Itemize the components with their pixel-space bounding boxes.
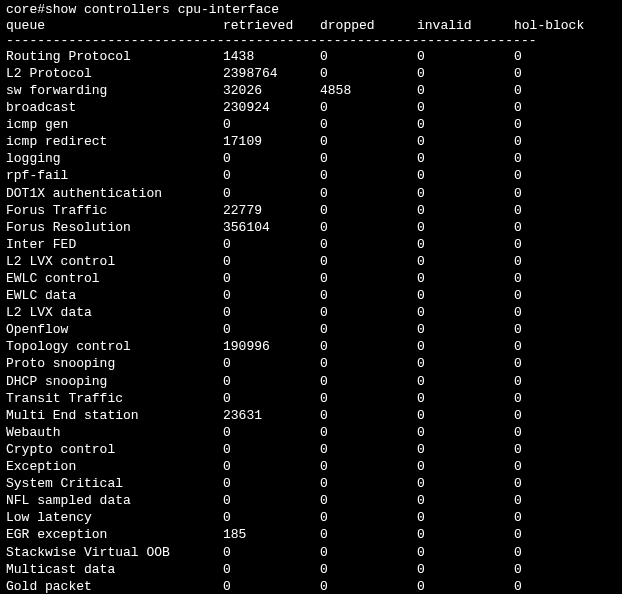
cell-dropped: 0 bbox=[320, 203, 417, 219]
cell-retrieved: 0 bbox=[223, 237, 320, 253]
cell-hol-block: 0 bbox=[514, 356, 611, 372]
cell-dropped: 0 bbox=[320, 493, 417, 509]
cell-hol-block: 0 bbox=[514, 237, 611, 253]
table-row: L2 LVX data0000 bbox=[6, 305, 616, 321]
cell-retrieved: 2398764 bbox=[223, 66, 320, 82]
header-hol-block: hol-block bbox=[514, 18, 611, 34]
cell-dropped: 0 bbox=[320, 442, 417, 458]
cell-dropped: 0 bbox=[320, 134, 417, 150]
cell-hol-block: 0 bbox=[514, 254, 611, 270]
table-row: Stackwise Virtual OOB0000 bbox=[6, 545, 616, 561]
header-queue: queue bbox=[6, 18, 223, 34]
cell-dropped: 0 bbox=[320, 322, 417, 338]
cell-retrieved: 0 bbox=[223, 186, 320, 202]
cell-invalid: 0 bbox=[417, 168, 514, 184]
table-row: L2 Protocol2398764000 bbox=[6, 66, 616, 82]
cell-queue: broadcast bbox=[6, 100, 223, 116]
cell-queue: EWLC control bbox=[6, 271, 223, 287]
cell-retrieved: 17109 bbox=[223, 134, 320, 150]
cell-invalid: 0 bbox=[417, 408, 514, 424]
cell-invalid: 0 bbox=[417, 305, 514, 321]
cell-retrieved: 0 bbox=[223, 151, 320, 167]
cell-hol-block: 0 bbox=[514, 305, 611, 321]
cell-retrieved: 0 bbox=[223, 254, 320, 270]
cell-hol-block: 0 bbox=[514, 391, 611, 407]
cell-invalid: 0 bbox=[417, 254, 514, 270]
cell-invalid: 0 bbox=[417, 545, 514, 561]
cell-queue: EGR exception bbox=[6, 527, 223, 543]
cell-retrieved: 356104 bbox=[223, 220, 320, 236]
cell-dropped: 0 bbox=[320, 220, 417, 236]
cell-dropped: 0 bbox=[320, 117, 417, 133]
cell-dropped: 0 bbox=[320, 510, 417, 526]
table-row: DOT1X authentication0000 bbox=[6, 186, 616, 202]
cell-retrieved: 22779 bbox=[223, 203, 320, 219]
cell-retrieved: 0 bbox=[223, 305, 320, 321]
cell-hol-block: 0 bbox=[514, 134, 611, 150]
cell-queue: L2 LVX control bbox=[6, 254, 223, 270]
cell-invalid: 0 bbox=[417, 186, 514, 202]
cell-retrieved: 0 bbox=[223, 168, 320, 184]
cell-invalid: 0 bbox=[417, 476, 514, 492]
cell-dropped: 0 bbox=[320, 356, 417, 372]
cell-retrieved: 0 bbox=[223, 356, 320, 372]
cell-dropped: 0 bbox=[320, 374, 417, 390]
header-invalid: invalid bbox=[417, 18, 514, 34]
cell-invalid: 0 bbox=[417, 459, 514, 475]
cell-dropped: 0 bbox=[320, 459, 417, 475]
cell-queue: Topology control bbox=[6, 339, 223, 355]
cell-queue: DHCP snooping bbox=[6, 374, 223, 390]
cell-queue: logging bbox=[6, 151, 223, 167]
cell-retrieved: 0 bbox=[223, 288, 320, 304]
cell-invalid: 0 bbox=[417, 49, 514, 65]
table-row: System Critical0000 bbox=[6, 476, 616, 492]
table-row: icmp gen0000 bbox=[6, 117, 616, 133]
cell-invalid: 0 bbox=[417, 356, 514, 372]
cell-hol-block: 0 bbox=[514, 545, 611, 561]
cell-hol-block: 0 bbox=[514, 562, 611, 578]
cell-invalid: 0 bbox=[417, 100, 514, 116]
cell-queue: Webauth bbox=[6, 425, 223, 441]
header-dropped: dropped bbox=[320, 18, 417, 34]
cell-hol-block: 0 bbox=[514, 100, 611, 116]
cell-queue: Low latency bbox=[6, 510, 223, 526]
cell-retrieved: 32026 bbox=[223, 83, 320, 99]
header-retrieved: retrieved bbox=[223, 18, 320, 34]
cell-dropped: 0 bbox=[320, 49, 417, 65]
table-row: Forus Resolution356104000 bbox=[6, 220, 616, 236]
cell-dropped: 0 bbox=[320, 339, 417, 355]
cell-queue: L2 LVX data bbox=[6, 305, 223, 321]
divider-line: ----------------------------------------… bbox=[6, 33, 616, 49]
table-row: Proto snooping0000 bbox=[6, 356, 616, 372]
table-row: Topology control190996000 bbox=[6, 339, 616, 355]
cell-queue: DOT1X authentication bbox=[6, 186, 223, 202]
cell-dropped: 0 bbox=[320, 168, 417, 184]
table-row: EWLC data0000 bbox=[6, 288, 616, 304]
cell-queue: Stackwise Virtual OOB bbox=[6, 545, 223, 561]
cell-invalid: 0 bbox=[417, 134, 514, 150]
cell-hol-block: 0 bbox=[514, 493, 611, 509]
cell-hol-block: 0 bbox=[514, 408, 611, 424]
cell-invalid: 0 bbox=[417, 510, 514, 526]
cell-hol-block: 0 bbox=[514, 510, 611, 526]
cell-retrieved: 0 bbox=[223, 117, 320, 133]
cell-retrieved: 0 bbox=[223, 510, 320, 526]
table-row: NFL sampled data0000 bbox=[6, 493, 616, 509]
cell-invalid: 0 bbox=[417, 579, 514, 594]
cell-invalid: 0 bbox=[417, 117, 514, 133]
table-row: DHCP snooping0000 bbox=[6, 374, 616, 390]
cell-hol-block: 0 bbox=[514, 374, 611, 390]
cell-invalid: 0 bbox=[417, 271, 514, 287]
cell-invalid: 0 bbox=[417, 220, 514, 236]
cell-retrieved: 230924 bbox=[223, 100, 320, 116]
cell-invalid: 0 bbox=[417, 391, 514, 407]
cell-queue: NFL sampled data bbox=[6, 493, 223, 509]
table-row: Webauth0000 bbox=[6, 425, 616, 441]
cell-queue: Transit Traffic bbox=[6, 391, 223, 407]
cell-dropped: 0 bbox=[320, 254, 417, 270]
cell-invalid: 0 bbox=[417, 322, 514, 338]
table-row: Inter FED0000 bbox=[6, 237, 616, 253]
cell-dropped: 0 bbox=[320, 545, 417, 561]
cell-queue: icmp redirect bbox=[6, 134, 223, 150]
cell-retrieved: 0 bbox=[223, 545, 320, 561]
